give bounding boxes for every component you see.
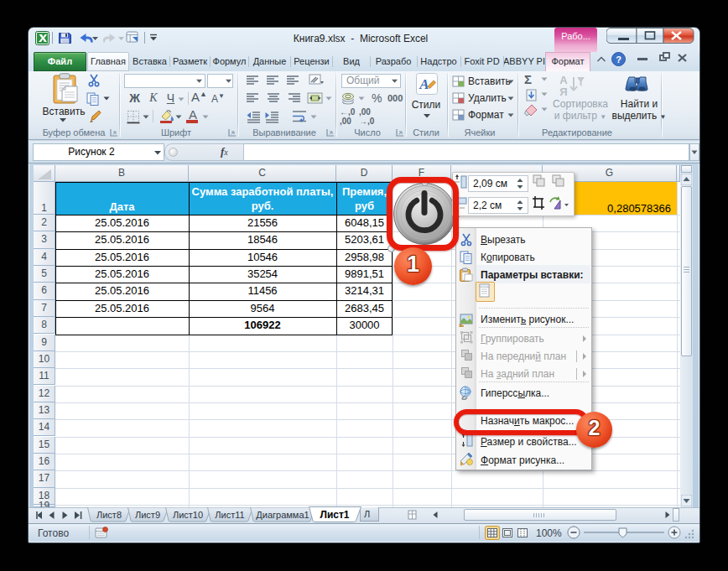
svg-text:?: ? <box>616 55 621 65</box>
svg-text:A: A <box>419 76 429 92</box>
svg-text:Диаграмма1: Диаграмма1 <box>256 510 309 520</box>
svg-text:Лист8: Лист8 <box>96 510 122 520</box>
svg-text:А: А <box>559 74 568 86</box>
svg-text:Я: Я <box>559 86 567 97</box>
svg-text:Лист11: Лист11 <box>215 510 244 520</box>
svg-text:Лист10: Лист10 <box>173 510 203 520</box>
svg-text:Лист9: Лист9 <box>135 510 160 520</box>
svg-text:Лист1: Лист1 <box>320 509 349 521</box>
